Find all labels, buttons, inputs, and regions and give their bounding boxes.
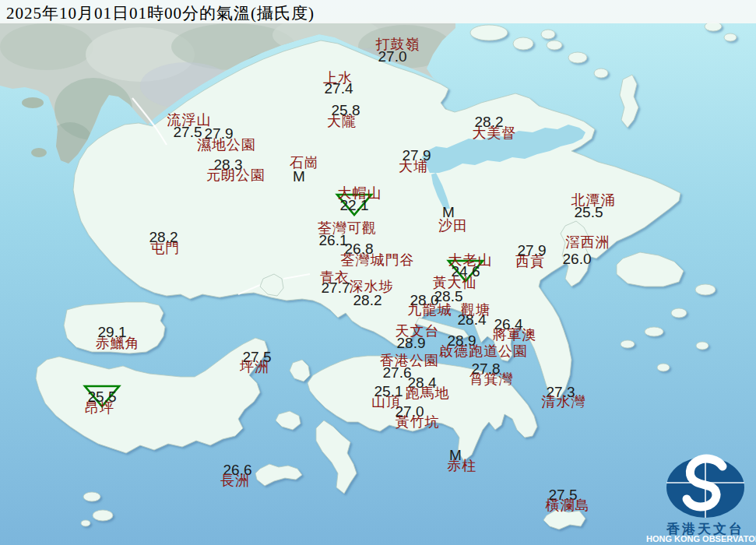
- hko-temperature-map: 2025年10月01日01時00分的氣溫(攝氏度) 27.0打鼓嶺27.4上水2…: [0, 0, 756, 545]
- station-name: 黃大仙: [433, 273, 477, 292]
- station-name: 山頂: [371, 392, 401, 411]
- station-name: 赤柱: [447, 456, 476, 475]
- station-name: 打鼓嶺: [376, 35, 420, 54]
- station-name: 深水埗: [350, 277, 394, 296]
- station-name: 跑馬地: [406, 384, 450, 403]
- title-band: 2025年10月01日01時00分的氣溫(攝氏度): [0, 0, 756, 23]
- station-name: 黃竹坑: [396, 413, 440, 431]
- station-name: 屯門: [150, 239, 180, 258]
- stations-layer: 27.0打鼓嶺27.4上水25.8大隴27.5流浮山27.9濕地公園28.3元朗…: [0, 0, 756, 545]
- station-name: 九龍城: [408, 301, 452, 319]
- station-name: 荃灣城門谷: [341, 251, 415, 269]
- station-name: 長洲: [220, 471, 250, 490]
- station-name: 觀塘: [461, 301, 491, 319]
- station-name: 沙田: [438, 216, 468, 235]
- station-name: 西貢: [515, 252, 545, 271]
- station-name: 坪洲: [240, 357, 269, 376]
- station-name: 上水: [323, 69, 353, 87]
- station-name: 大帽山: [338, 184, 382, 202]
- station-name: 大埔: [399, 157, 428, 176]
- station-name: 元朗公園: [206, 166, 265, 185]
- station-name: 大老山: [448, 251, 493, 269]
- station-name: 石崗: [290, 153, 319, 172]
- station-name: 大隴: [327, 112, 357, 131]
- station-name: 濕地公園: [197, 135, 256, 154]
- station-name: 赤鱲角: [96, 334, 140, 353]
- station-name: 啟德跑道公園: [439, 342, 528, 360]
- station-name: 滘西洲: [566, 233, 610, 251]
- station-name: 北潭涌: [571, 191, 616, 209]
- station-name: 筲箕灣: [469, 370, 514, 389]
- station-name: 青衣: [320, 268, 350, 287]
- station-name: 香港公園: [380, 351, 439, 370]
- station-name: 清水灣: [542, 392, 586, 411]
- station-name: 大美督: [473, 124, 517, 142]
- hko-logo-english-name: HONG KONG OBSERVATORY: [646, 534, 756, 543]
- station-name: 昂坪: [85, 399, 114, 417]
- station-name: 流浮山: [167, 111, 212, 129]
- station-name: 天文台: [396, 322, 440, 340]
- page-title: 2025年10月01日01時00分的氣溫(攝氏度): [6, 2, 315, 24]
- station-name: 荃灣可觀: [318, 219, 377, 237]
- station-temperature: 26.0: [563, 251, 592, 268]
- station-name: 橫瀾島: [546, 496, 590, 515]
